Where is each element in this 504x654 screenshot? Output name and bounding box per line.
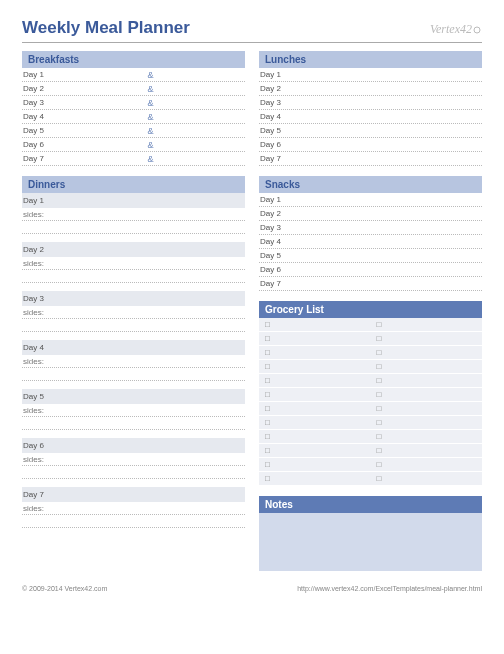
grocery-row: □□ — [259, 458, 482, 472]
dinner-sides-row: sides: — [22, 257, 245, 270]
grocery-row: □□ — [259, 388, 482, 402]
dinners-list: Day 1sides:Day 2sides:Day 3sides:Day 4si… — [22, 193, 245, 528]
grocery-row: □□ — [259, 444, 482, 458]
snack-row: Day 3 — [259, 221, 482, 235]
breakfast-row: Day 7& — [22, 152, 245, 166]
dinner-sides-row: sides: — [22, 453, 245, 466]
dinner-day-row: Day 7 — [22, 487, 245, 502]
grocery-cell: □ — [259, 388, 371, 401]
dinner-sides-row — [22, 466, 245, 479]
grocery-row: □□ — [259, 430, 482, 444]
svg-point-0 — [474, 27, 480, 33]
grocery-row: □□ — [259, 318, 482, 332]
lunch-row: Day 7 — [259, 152, 482, 166]
amp-icon: & — [145, 98, 157, 108]
page-footer: © 2009-2014 Vertex42.com http://www.vert… — [22, 585, 482, 592]
dinner-day-row: Day 5 — [22, 389, 245, 404]
snacks-header: Snacks — [259, 176, 482, 193]
grocery-cell: □ — [259, 360, 371, 373]
amp-icon: & — [145, 140, 157, 150]
grocery-cell: □ — [371, 388, 483, 401]
brand-logo: Vertex42 — [430, 22, 482, 37]
dinner-sides-row — [22, 368, 245, 381]
grocery-cell: □ — [371, 458, 483, 471]
breakfast-row: Day 5& — [22, 124, 245, 138]
dinner-sides-row: sides: — [22, 404, 245, 417]
grocery-cell: □ — [259, 416, 371, 429]
lunch-row: Day 5 — [259, 124, 482, 138]
lunch-row: Day 1 — [259, 68, 482, 82]
grocery-row: □□ — [259, 416, 482, 430]
grocery-cell: □ — [259, 346, 371, 359]
grocery-cell: □ — [259, 318, 371, 331]
grocery-cell: □ — [371, 402, 483, 415]
main-columns: Breakfasts Day 1& Day 2& Day 3& Day 4& D… — [22, 51, 482, 571]
page-header: Weekly Meal Planner Vertex42 — [22, 18, 482, 43]
breakfast-row: Day 4& — [22, 110, 245, 124]
grocery-cell: □ — [259, 444, 371, 457]
notes-body — [259, 513, 482, 571]
left-column: Breakfasts Day 1& Day 2& Day 3& Day 4& D… — [22, 51, 245, 571]
notes-header: Notes — [259, 496, 482, 513]
lunches-header: Lunches — [259, 51, 482, 68]
lunch-row: Day 2 — [259, 82, 482, 96]
grocery-cell: □ — [371, 374, 483, 387]
dinner-day-row: Day 3 — [22, 291, 245, 306]
dinner-sides-row: sides: — [22, 355, 245, 368]
dinner-day-row: Day 4 — [22, 340, 245, 355]
breakfasts-list: Day 1& Day 2& Day 3& Day 4& Day 5& Day 6… — [22, 68, 245, 166]
grocery-list: □□□□□□□□□□□□□□□□□□□□□□□□ — [259, 318, 482, 486]
grocery-cell: □ — [371, 360, 483, 373]
grocery-header: Grocery List — [259, 301, 482, 318]
grocery-cell: □ — [371, 416, 483, 429]
snack-row: Day 4 — [259, 235, 482, 249]
amp-icon: & — [145, 112, 157, 122]
grocery-cell: □ — [259, 402, 371, 415]
dinners-header: Dinners — [22, 176, 245, 193]
grocery-cell: □ — [371, 318, 483, 331]
page-title: Weekly Meal Planner — [22, 18, 190, 38]
dinner-day-row: Day 2 — [22, 242, 245, 257]
amp-icon: & — [145, 84, 157, 94]
amp-icon: & — [145, 126, 157, 136]
lunch-row: Day 4 — [259, 110, 482, 124]
snack-row: Day 2 — [259, 207, 482, 221]
breakfast-row: Day 6& — [22, 138, 245, 152]
dinner-day-row: Day 6 — [22, 438, 245, 453]
grocery-cell: □ — [371, 430, 483, 443]
grocery-cell: □ — [259, 332, 371, 345]
dinner-sides-row: sides: — [22, 208, 245, 221]
dinner-sides-row — [22, 270, 245, 283]
copyright-text: © 2009-2014 Vertex42.com — [22, 585, 107, 592]
lunch-row: Day 3 — [259, 96, 482, 110]
snack-row: Day 7 — [259, 277, 482, 291]
grocery-cell: □ — [371, 346, 483, 359]
breakfasts-header: Breakfasts — [22, 51, 245, 68]
grocery-cell: □ — [371, 444, 483, 457]
breakfast-row: Day 1& — [22, 68, 245, 82]
snacks-list: Day 1 Day 2 Day 3 Day 4 Day 5 Day 6 Day … — [259, 193, 482, 291]
grocery-cell: □ — [259, 458, 371, 471]
grocery-cell: □ — [371, 472, 483, 485]
amp-icon: & — [145, 70, 157, 80]
snack-row: Day 1 — [259, 193, 482, 207]
grocery-row: □□ — [259, 472, 482, 486]
dinner-sides-row — [22, 417, 245, 430]
footer-url: http://www.vertex42.com/ExcelTemplates/m… — [297, 585, 482, 592]
grocery-row: □□ — [259, 332, 482, 346]
dinner-sides-row: sides: — [22, 502, 245, 515]
dinner-sides-row: sides: — [22, 306, 245, 319]
grocery-row: □□ — [259, 360, 482, 374]
snack-row: Day 5 — [259, 249, 482, 263]
breakfast-row: Day 2& — [22, 82, 245, 96]
grocery-row: □□ — [259, 346, 482, 360]
grocery-cell: □ — [259, 472, 371, 485]
dinner-day-row: Day 1 — [22, 193, 245, 208]
grocery-cell: □ — [259, 430, 371, 443]
right-column: Lunches Day 1 Day 2 Day 3 Day 4 Day 5 Da… — [259, 51, 482, 571]
amp-icon: & — [145, 154, 157, 164]
breakfast-row: Day 3& — [22, 96, 245, 110]
grocery-cell: □ — [259, 374, 371, 387]
dinner-sides-row — [22, 319, 245, 332]
dinner-sides-row — [22, 221, 245, 234]
